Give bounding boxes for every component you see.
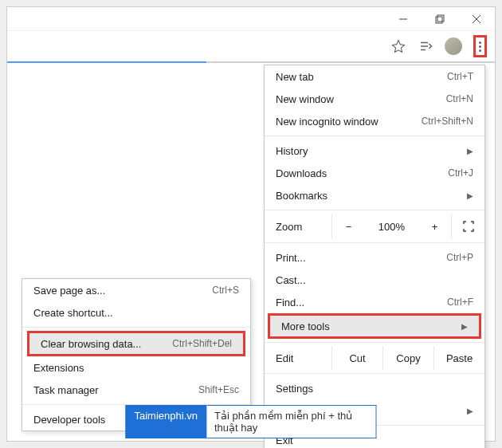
menu-more-tools[interactable]: More tools ▶ <box>270 316 479 336</box>
menu-shortcut: Shift+Esc <box>198 384 239 395</box>
menu-shortcut: Ctrl+N <box>446 93 473 104</box>
svg-rect-2 <box>437 15 444 22</box>
footer-text: Tải phần mềm miễn phí + thủ thuật hay <box>206 405 377 438</box>
media-icon <box>418 39 433 53</box>
kebab-dot <box>479 41 481 44</box>
kebab-dot <box>479 45 481 48</box>
zoom-out-button[interactable]: − <box>346 221 352 233</box>
chevron-right-icon: ▶ <box>467 191 473 200</box>
menu-label: New incognito window <box>276 116 378 128</box>
submenu-create-shortcut[interactable]: Create shortcut... <box>22 301 250 324</box>
menu-label: More tools <box>281 320 330 332</box>
chevron-right-icon: ▶ <box>467 147 473 155</box>
highlight-more-tools: More tools ▶ <box>268 313 481 339</box>
menu-label: History <box>276 145 308 157</box>
minimize-icon <box>398 14 408 24</box>
edit-label: Edit <box>265 346 331 370</box>
footer-badge[interactable]: Taimienphi.vn <box>126 405 207 438</box>
fullscreen-button[interactable] <box>451 214 484 239</box>
menu-print[interactable]: Print... Ctrl+P <box>265 246 484 269</box>
svg-rect-1 <box>436 17 442 23</box>
edit-paste-button[interactable]: Paste <box>433 346 484 370</box>
edit-copy-button[interactable]: Copy <box>382 346 433 370</box>
menu-zoom: Zoom − 100% + <box>265 214 484 239</box>
menu-edit-row: Edit Cut Copy Paste <box>265 346 484 370</box>
menu-separator <box>265 242 484 243</box>
menu-settings[interactable]: Settings <box>265 377 484 399</box>
menu-shortcut: Ctrl+Shift+Del <box>172 338 232 349</box>
zoom-in-button[interactable]: + <box>432 221 438 233</box>
menu-label: Downloads <box>276 167 327 179</box>
menu-shortcut: Ctrl+T <box>447 71 473 82</box>
edit-cut-button[interactable]: Cut <box>331 346 382 370</box>
fullscreen-icon <box>463 221 474 232</box>
menu-downloads[interactable]: Downloads Ctrl+J <box>265 162 484 184</box>
kebab-dot <box>479 49 481 52</box>
menu-cast[interactable]: Cast... <box>265 269 484 291</box>
maximize-icon <box>435 14 445 24</box>
main-menu: New tab Ctrl+T New window Ctrl+N New inc… <box>264 65 485 448</box>
submenu-extensions[interactable]: Extensions <box>22 356 250 379</box>
menu-separator <box>265 210 484 210</box>
menu-shortcut: Ctrl+S <box>212 285 239 296</box>
menu-label: New tab <box>276 71 314 83</box>
menu-bookmarks[interactable]: Bookmarks ▶ <box>265 184 484 206</box>
menu-label: New window <box>276 93 334 105</box>
menu-label: Task manager <box>33 384 99 396</box>
highlight-clear-data: Clear browsing data... Ctrl+Shift+Del <box>27 331 245 356</box>
maximize-button[interactable] <box>422 7 458 31</box>
menu-shortcut: Ctrl+J <box>448 167 473 179</box>
profile-avatar[interactable] <box>445 37 462 55</box>
menu-shortcut: Ctrl+P <box>446 252 473 263</box>
menu-new-incognito[interactable]: New incognito window Ctrl+Shift+N <box>265 110 484 132</box>
titlebar <box>7 7 495 31</box>
media-control-button[interactable] <box>418 38 433 54</box>
menu-label: Bookmarks <box>276 190 327 202</box>
menu-label: Print... <box>276 252 306 264</box>
footer-banner: Taimienphi.vn Tải phần mềm miễn phí + th… <box>126 405 377 438</box>
menu-shortcut: Ctrl+F <box>447 297 473 308</box>
chevron-right-icon: ▶ <box>461 322 468 331</box>
menu-label: Create shortcut... <box>33 307 113 319</box>
menu-separator <box>265 373 484 374</box>
zoom-value: 100% <box>378 221 405 233</box>
menu-new-window[interactable]: New window Ctrl+N <box>265 88 484 110</box>
menu-history[interactable]: History ▶ <box>265 140 484 162</box>
main-menu-button[interactable] <box>473 35 487 57</box>
chevron-right-icon: ▶ <box>467 407 473 415</box>
menu-label: Developer tools <box>33 414 105 426</box>
submenu-clear-browsing-data[interactable]: Clear browsing data... Ctrl+Shift+Del <box>29 333 243 354</box>
menu-separator <box>265 136 484 136</box>
toolbar <box>7 31 495 63</box>
menu-separator <box>22 327 250 328</box>
menu-label: Save page as... <box>33 285 105 297</box>
minimize-button[interactable] <box>385 7 422 31</box>
submenu-save-page[interactable]: Save page as... Ctrl+S <box>22 279 250 301</box>
menu-label: Settings <box>276 383 313 395</box>
submenu-task-manager[interactable]: Task manager Shift+Esc <box>22 379 250 401</box>
menu-separator <box>265 342 484 343</box>
menu-label: Cast... <box>276 274 306 286</box>
menu-new-tab[interactable]: New tab Ctrl+T <box>265 65 484 88</box>
zoom-label: Zoom <box>265 221 331 233</box>
browser-window: New tab Ctrl+T New window Ctrl+N New inc… <box>6 6 496 442</box>
close-icon <box>472 14 481 24</box>
menu-find[interactable]: Find... Ctrl+F <box>265 291 484 313</box>
menu-label: Find... <box>276 297 304 308</box>
address-bar-focus <box>7 61 206 63</box>
menu-label: Extensions <box>33 362 84 374</box>
close-button[interactable] <box>458 7 495 31</box>
star-icon <box>391 39 406 53</box>
bookmark-star-button[interactable] <box>390 38 406 54</box>
menu-label: Clear browsing data... <box>41 338 141 350</box>
menu-shortcut: Ctrl+Shift+N <box>422 116 473 127</box>
